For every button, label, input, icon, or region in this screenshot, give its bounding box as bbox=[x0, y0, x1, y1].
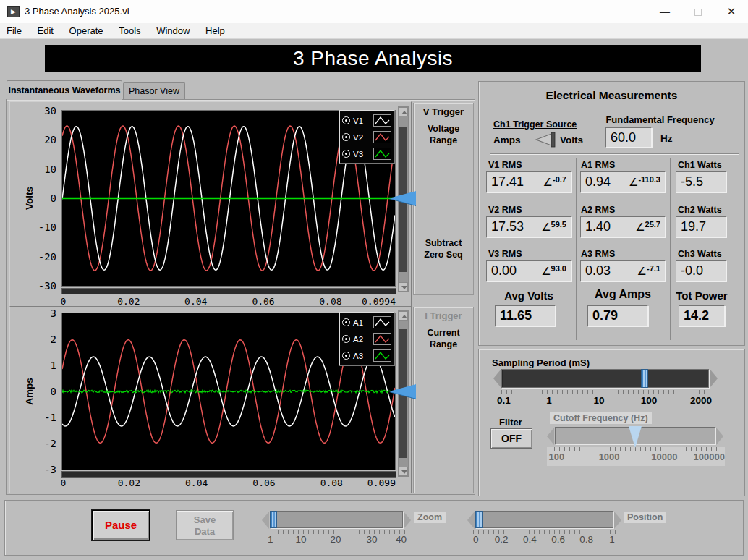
plot-style-sample[interactable] bbox=[373, 114, 391, 127]
tick-label: 100 bbox=[548, 451, 564, 462]
tick-label: -1 bbox=[44, 412, 56, 423]
legend-item-a3[interactable]: A3 bbox=[342, 347, 391, 364]
legend-item-v3[interactable]: V3 bbox=[342, 145, 391, 162]
tick-label: -10 bbox=[38, 221, 56, 233]
v1-rms-label: V1 RMS bbox=[488, 160, 522, 170]
scroll-up-icon[interactable] bbox=[399, 107, 408, 116]
ch2-watts-value: 19.7 bbox=[681, 219, 706, 234]
tick-label: 10 bbox=[44, 164, 56, 175]
slider-right-arrow-icon[interactable] bbox=[710, 370, 718, 387]
v-trigger-title: V Trigger bbox=[414, 106, 473, 117]
cutoff-frequency-slider[interactable] bbox=[555, 427, 715, 444]
slider-left-arrow-icon[interactable] bbox=[493, 370, 501, 387]
tick-label: 1 bbox=[609, 534, 615, 545]
scroll-down-icon[interactable] bbox=[399, 467, 408, 476]
minimize-button[interactable]: — bbox=[648, 0, 681, 23]
plot-style-sample[interactable] bbox=[373, 349, 391, 362]
close-button[interactable]: ✕ bbox=[715, 0, 748, 23]
slider-right-arrow-icon[interactable] bbox=[716, 428, 723, 445]
a2-rms-indicator: 1.40 ∠25.7 bbox=[580, 216, 666, 237]
plot-visible-radio-icon bbox=[342, 133, 350, 141]
slider-left-arrow-icon[interactable] bbox=[547, 428, 554, 445]
sampling-period-slider[interactable] bbox=[501, 369, 709, 388]
angle-icon: ∠ bbox=[629, 176, 638, 188]
tot-power-indicator: 14.2 bbox=[679, 305, 725, 326]
window-title: 3 Phase Analysis 2025.vi bbox=[25, 0, 129, 23]
menu-window[interactable]: Window bbox=[150, 23, 196, 38]
menu-file[interactable]: File bbox=[0, 23, 28, 38]
tick-label: 30 bbox=[44, 105, 56, 116]
hz-unit-label: Hz bbox=[660, 133, 673, 144]
labview-front-panel: ▶ 3 Phase Analysis 2025.vi — ✕ File Edit… bbox=[0, 0, 748, 560]
plot-style-sample[interactable] bbox=[373, 333, 391, 345]
angle-icon: ∠ bbox=[637, 265, 647, 277]
tick-label: 40 bbox=[396, 534, 407, 545]
legend-item-a1[interactable]: A1 bbox=[342, 314, 391, 331]
tick-label: 1000 bbox=[599, 451, 620, 462]
slider-left-arrow-icon[interactable] bbox=[467, 512, 475, 529]
slider-right-arrow-icon[interactable] bbox=[614, 512, 621, 529]
plot-style-sample[interactable] bbox=[373, 316, 391, 328]
menu-help[interactable]: Help bbox=[199, 23, 231, 38]
plot-style-sample[interactable] bbox=[373, 148, 391, 160]
current-y-ticks: 3210-1-2-3 bbox=[33, 313, 58, 470]
menu-operate[interactable]: Operate bbox=[63, 23, 110, 38]
voltage-x-ticks: 00.020.040.060.080.0994 bbox=[61, 296, 396, 307]
maximize-icon bbox=[694, 9, 702, 16]
voltage-graph-hscrollbar[interactable] bbox=[61, 288, 396, 294]
v1-rms-indicator: 17.41 ∠-0.7 bbox=[486, 171, 571, 192]
a1-rms-magnitude: 0.94 bbox=[585, 174, 611, 190]
sampling-period-handle[interactable] bbox=[641, 369, 648, 388]
current-graph-hscrollbar[interactable] bbox=[61, 471, 396, 478]
legend-item-v2[interactable]: V2 bbox=[342, 129, 391, 145]
subtract-zero-seq-label-line1: Subtract bbox=[413, 237, 474, 249]
a1-rms-label: A1 RMS bbox=[581, 160, 615, 170]
tick-label: 0.06 bbox=[252, 296, 274, 307]
zoom-handle[interactable] bbox=[270, 511, 277, 528]
pause-button[interactable]: Pause bbox=[92, 510, 150, 540]
tick-label: 0.4 bbox=[523, 534, 537, 545]
slider-right-arrow-icon[interactable] bbox=[404, 512, 411, 529]
trigger-source-switch[interactable] bbox=[534, 131, 557, 148]
i-trigger-panel: I Trigger Current Range bbox=[413, 307, 474, 493]
plot-style-sample[interactable] bbox=[373, 131, 391, 143]
legend-item-a2[interactable]: A2 bbox=[342, 331, 391, 347]
filter-button[interactable]: OFF bbox=[490, 428, 532, 449]
position-slider[interactable] bbox=[475, 511, 613, 528]
current-trigger-level-pointer[interactable] bbox=[389, 384, 416, 399]
angle-icon: ∠ bbox=[635, 221, 645, 233]
scroll-up-icon[interactable] bbox=[399, 311, 408, 321]
tick-label: -2 bbox=[44, 438, 56, 449]
voltage-legend: V1 V2 V3 bbox=[339, 110, 395, 164]
tick-label: 0.06 bbox=[252, 478, 275, 488]
legend-item-v1[interactable]: V1 bbox=[342, 112, 391, 129]
scroll-down-icon[interactable] bbox=[399, 282, 408, 292]
divider bbox=[490, 153, 739, 155]
maximize-button[interactable] bbox=[681, 0, 715, 23]
a2-rms-magnitude: 1.40 bbox=[585, 219, 611, 234]
v2-rms-indicator: 17.53 ∠59.5 bbox=[486, 216, 571, 237]
a3-rms-angle: -7.1 bbox=[647, 264, 660, 273]
zoom-slider[interactable] bbox=[270, 511, 403, 528]
menu-edit[interactable]: Edit bbox=[31, 23, 60, 38]
tab-phasor-view[interactable]: Phasor View bbox=[123, 82, 185, 100]
ch2-watts-label: Ch2 Watts bbox=[678, 205, 722, 215]
menu-tools[interactable]: Tools bbox=[112, 23, 147, 38]
tick-label: 0.02 bbox=[117, 296, 140, 307]
save-data-button[interactable]: Save Data bbox=[176, 510, 234, 540]
angle-icon: ∠ bbox=[541, 221, 551, 233]
avg-amps-value: 0.79 bbox=[592, 308, 618, 323]
tick-label: 1 bbox=[51, 360, 56, 371]
tab-instantaneous-waveforms[interactable]: Instantaneous Waveforms bbox=[7, 80, 122, 100]
cutoff-frequency-handle[interactable] bbox=[629, 426, 642, 448]
position-handle[interactable] bbox=[475, 511, 483, 528]
tick-label: 0.2 bbox=[495, 534, 509, 545]
legend-label: A1 bbox=[353, 318, 363, 327]
fundamental-frequency-input[interactable]: 60.0 bbox=[605, 127, 652, 148]
slider-left-arrow-icon[interactable] bbox=[262, 512, 269, 529]
voltage-trigger-level-pointer[interactable] bbox=[389, 191, 416, 205]
tick-label: 0 bbox=[60, 478, 66, 488]
voltage-range-label-line1: Voltage bbox=[414, 123, 473, 135]
v3-rms-indicator: 0.00 ∠93.0 bbox=[486, 260, 571, 281]
v3-rms-angle: 93.0 bbox=[551, 264, 566, 273]
